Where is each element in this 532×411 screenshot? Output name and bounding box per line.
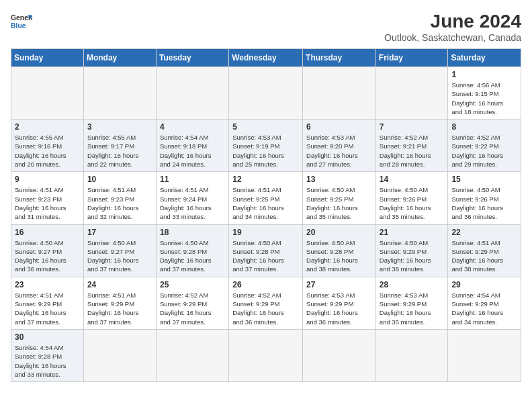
day-number: 17 (87, 228, 152, 237)
calendar-cell: 24Sunrise: 4:51 AM Sunset: 9:29 PM Dayli… (83, 277, 156, 329)
calendar-cell: 20Sunrise: 4:50 AM Sunset: 9:28 PM Dayli… (303, 224, 376, 277)
calendar-week-row: 30Sunrise: 4:54 AM Sunset: 9:28 PM Dayli… (11, 329, 521, 381)
day-info: Sunrise: 4:52 AM Sunset: 9:29 PM Dayligh… (232, 291, 299, 326)
calendar-week-row: 1Sunrise: 4:56 AM Sunset: 9:15 PM Daylig… (11, 67, 521, 120)
day-number: 27 (306, 280, 372, 289)
day-number: 14 (380, 175, 445, 184)
day-number: 29 (451, 280, 517, 289)
column-header-tuesday: Tuesday (156, 49, 228, 67)
day-number: 4 (160, 122, 225, 132)
day-info: Sunrise: 4:54 AM Sunset: 9:18 PM Dayligh… (160, 133, 225, 169)
column-header-wednesday: Wednesday (229, 49, 303, 67)
calendar-cell: 29Sunrise: 4:54 AM Sunset: 9:29 PM Dayli… (448, 277, 521, 329)
day-info: Sunrise: 4:50 AM Sunset: 9:28 PM Dayligh… (160, 238, 225, 274)
calendar-cell: 22Sunrise: 4:51 AM Sunset: 9:29 PM Dayli… (448, 224, 521, 277)
page-container: General Blue June 2024 Outlook, Saskatch… (11, 11, 521, 382)
day-number: 1 (451, 70, 517, 79)
day-info: Sunrise: 4:52 AM Sunset: 9:22 PM Dayligh… (451, 133, 517, 169)
day-number: 19 (232, 228, 299, 237)
calendar-cell: 17Sunrise: 4:50 AM Sunset: 9:27 PM Dayli… (83, 224, 156, 277)
calendar-cell: 18Sunrise: 4:50 AM Sunset: 9:28 PM Dayli… (156, 224, 228, 277)
header: General Blue June 2024 Outlook, Saskatch… (11, 11, 521, 43)
calendar-cell: 12Sunrise: 4:51 AM Sunset: 9:25 PM Dayli… (229, 172, 303, 224)
day-number: 18 (160, 228, 225, 237)
calendar-header-row: SundayMondayTuesdayWednesdayThursdayFrid… (11, 49, 521, 67)
day-info: Sunrise: 4:50 AM Sunset: 9:25 PM Dayligh… (306, 185, 372, 221)
calendar-cell: 23Sunrise: 4:51 AM Sunset: 9:29 PM Dayli… (11, 277, 84, 329)
calendar-table: SundayMondayTuesdayWednesdayThursdayFrid… (11, 48, 521, 382)
calendar-cell: 26Sunrise: 4:52 AM Sunset: 9:29 PM Dayli… (229, 277, 303, 329)
day-info: Sunrise: 4:53 AM Sunset: 9:20 PM Dayligh… (306, 133, 372, 169)
calendar-cell (375, 67, 448, 120)
day-number: 20 (306, 228, 372, 237)
day-number: 21 (380, 228, 445, 237)
day-number: 11 (160, 175, 225, 184)
day-number: 22 (451, 228, 517, 237)
calendar-cell (83, 329, 156, 381)
day-info: Sunrise: 4:50 AM Sunset: 9:26 PM Dayligh… (380, 185, 445, 221)
day-info: Sunrise: 4:51 AM Sunset: 9:24 PM Dayligh… (160, 185, 225, 221)
calendar-week-row: 2Sunrise: 4:55 AM Sunset: 9:16 PM Daylig… (11, 120, 521, 172)
title-area: June 2024 Outlook, Saskatchewan, Canada (384, 11, 521, 43)
calendar-week-row: 9Sunrise: 4:51 AM Sunset: 9:23 PM Daylig… (11, 172, 521, 224)
calendar-cell: 30Sunrise: 4:54 AM Sunset: 9:28 PM Dayli… (11, 329, 84, 381)
day-number: 15 (451, 175, 517, 184)
day-number: 3 (87, 122, 152, 132)
day-number: 25 (160, 280, 225, 289)
calendar-cell (229, 329, 303, 381)
day-info: Sunrise: 4:56 AM Sunset: 9:15 PM Dayligh… (451, 81, 517, 116)
calendar-cell: 14Sunrise: 4:50 AM Sunset: 9:26 PM Dayli… (375, 172, 448, 224)
calendar-cell: 11Sunrise: 4:51 AM Sunset: 9:24 PM Dayli… (156, 172, 228, 224)
column-header-saturday: Saturday (448, 49, 521, 67)
day-number: 8 (451, 122, 517, 132)
day-info: Sunrise: 4:50 AM Sunset: 9:26 PM Dayligh… (451, 185, 517, 221)
calendar-cell (303, 67, 376, 120)
column-header-thursday: Thursday (303, 49, 376, 67)
calendar-cell: 5Sunrise: 4:53 AM Sunset: 9:19 PM Daylig… (229, 120, 303, 172)
day-info: Sunrise: 4:50 AM Sunset: 9:29 PM Dayligh… (380, 238, 445, 274)
day-number: 16 (15, 228, 80, 237)
day-info: Sunrise: 4:55 AM Sunset: 9:16 PM Dayligh… (15, 133, 80, 169)
day-number: 28 (380, 280, 445, 289)
logo-icon: General Blue (11, 11, 32, 32)
calendar-cell: 27Sunrise: 4:53 AM Sunset: 9:29 PM Dayli… (303, 277, 376, 329)
month-year-title: June 2024 (384, 11, 521, 32)
day-info: Sunrise: 4:52 AM Sunset: 9:29 PM Dayligh… (160, 291, 225, 326)
column-header-friday: Friday (375, 49, 448, 67)
day-info: Sunrise: 4:50 AM Sunset: 9:27 PM Dayligh… (15, 238, 80, 274)
day-info: Sunrise: 4:54 AM Sunset: 9:29 PM Dayligh… (451, 291, 517, 326)
day-number: 13 (306, 175, 372, 184)
calendar-cell: 28Sunrise: 4:53 AM Sunset: 9:29 PM Dayli… (375, 277, 448, 329)
day-number: 5 (232, 122, 299, 132)
calendar-cell: 19Sunrise: 4:50 AM Sunset: 9:28 PM Dayli… (229, 224, 303, 277)
day-info: Sunrise: 4:54 AM Sunset: 9:28 PM Dayligh… (15, 343, 80, 379)
logo: General Blue (11, 11, 32, 32)
day-number: 9 (15, 175, 80, 184)
day-info: Sunrise: 4:51 AM Sunset: 9:29 PM Dayligh… (451, 238, 517, 274)
calendar-cell (156, 329, 228, 381)
day-number: 24 (87, 280, 152, 289)
day-number: 26 (232, 280, 299, 289)
day-number: 10 (87, 175, 152, 184)
location-subtitle: Outlook, Saskatchewan, Canada (384, 32, 521, 43)
day-number: 12 (232, 175, 299, 184)
calendar-week-row: 16Sunrise: 4:50 AM Sunset: 9:27 PM Dayli… (11, 224, 521, 277)
day-info: Sunrise: 4:50 AM Sunset: 9:27 PM Dayligh… (87, 238, 152, 274)
calendar-cell: 3Sunrise: 4:55 AM Sunset: 9:17 PM Daylig… (83, 120, 156, 172)
day-info: Sunrise: 4:50 AM Sunset: 9:28 PM Dayligh… (306, 238, 372, 274)
calendar-cell: 1Sunrise: 4:56 AM Sunset: 9:15 PM Daylig… (448, 67, 521, 120)
calendar-cell: 7Sunrise: 4:52 AM Sunset: 9:21 PM Daylig… (375, 120, 448, 172)
calendar-cell: 15Sunrise: 4:50 AM Sunset: 9:26 PM Dayli… (448, 172, 521, 224)
calendar-cell: 21Sunrise: 4:50 AM Sunset: 9:29 PM Dayli… (375, 224, 448, 277)
day-info: Sunrise: 4:50 AM Sunset: 9:28 PM Dayligh… (232, 238, 299, 274)
calendar-week-row: 23Sunrise: 4:51 AM Sunset: 9:29 PM Dayli… (11, 277, 521, 329)
calendar-cell: 13Sunrise: 4:50 AM Sunset: 9:25 PM Dayli… (303, 172, 376, 224)
calendar-cell (156, 67, 228, 120)
calendar-cell (303, 329, 376, 381)
calendar-cell: 2Sunrise: 4:55 AM Sunset: 9:16 PM Daylig… (11, 120, 84, 172)
calendar-cell: 25Sunrise: 4:52 AM Sunset: 9:29 PM Dayli… (156, 277, 228, 329)
calendar-cell: 4Sunrise: 4:54 AM Sunset: 9:18 PM Daylig… (156, 120, 228, 172)
calendar-cell: 9Sunrise: 4:51 AM Sunset: 9:23 PM Daylig… (11, 172, 84, 224)
calendar-cell (229, 67, 303, 120)
column-header-sunday: Sunday (11, 49, 84, 67)
